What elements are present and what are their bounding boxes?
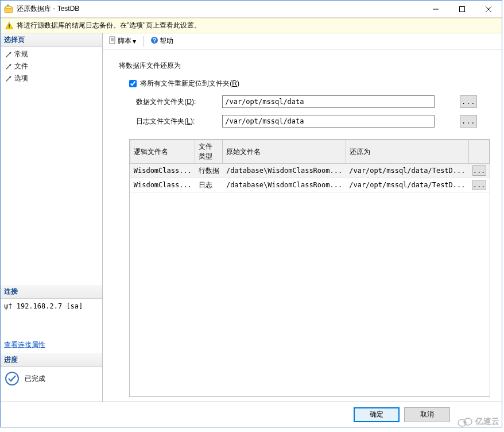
toolbar: 脚本 ▾ ? 帮助 [103, 33, 502, 49]
sidebar-items: 常规 文件 选项 [1, 47, 102, 86]
sidebar-item-general[interactable]: 常规 [1, 48, 102, 60]
cell-logical: WisdomClass... [130, 178, 195, 192]
table-header-row: 逻辑文件名 文件类型 原始文件名 还原为 [130, 140, 490, 164]
svg-rect-6 [9, 24, 9, 26]
titlebar: 还原数据库 - TestDB [1, 1, 502, 18]
cell-type: 日志 [195, 178, 223, 192]
cell-original: /database\WisdomClassRoom... [223, 164, 346, 178]
server-icon: ψ† [4, 302, 17, 310]
cell-type: 行数据 [195, 164, 223, 178]
connection-info: ψ† 192.168.2.7 [sa] [1, 299, 102, 314]
progress-block: 已完成 [1, 367, 102, 390]
cancel-button[interactable]: 取消 [404, 407, 450, 422]
close-button[interactable] [475, 1, 502, 18]
section-title: 将数据库文件还原为 [119, 61, 490, 71]
script-icon [108, 36, 117, 46]
window-controls [422, 1, 502, 17]
svg-rect-7 [9, 27, 9, 28]
cell-logical: WisdomClass... [130, 164, 195, 178]
data-folder-browse-button[interactable]: ... [460, 95, 477, 108]
log-folder-browse-button[interactable]: ... [460, 115, 477, 128]
progress-text: 已完成 [25, 374, 45, 384]
help-label: 帮助 [160, 36, 173, 46]
progress-header: 进度 [1, 353, 102, 367]
window-title: 还原数据库 - TestDB [17, 4, 422, 14]
svg-rect-3 [460, 7, 465, 12]
col-restore[interactable]: 还原为 [346, 140, 468, 164]
check-icon [4, 371, 20, 387]
files-table: 逻辑文件名 文件类型 原始文件名 还原为 WisdomClass... 行数据 [130, 140, 490, 192]
sidebar-item-label: 常规 [14, 49, 28, 59]
svg-point-1 [5, 6, 12, 9]
maximize-button[interactable] [449, 1, 475, 18]
svg-rect-9 [110, 37, 115, 44]
table-row[interactable]: WisdomClass... 日志 /database\WisdomClassR… [130, 178, 490, 192]
cell-original: /database\WisdomClassRoom... [223, 178, 346, 192]
warning-text: 将进行源数据库的结尾日志备份。在"选项"页上查看此设置。 [17, 21, 201, 30]
connection-header: 连接 [1, 285, 102, 299]
help-icon: ? [150, 36, 158, 46]
row-browse-button[interactable]: ... [472, 165, 486, 176]
relocate-checkbox[interactable] [129, 80, 137, 87]
body-area: 选择页 常规 文件 选项 连接 ψ† 192.168.2.7 [sa] [1, 33, 502, 402]
cell-restore: /var/opt/mssql/data/TestD... [346, 178, 468, 192]
app-icon [4, 5, 13, 14]
relocate-checkbox-label[interactable]: 将所有文件重新定位到文件夹(R) [140, 79, 239, 88]
warning-bar: 将进行源数据库的结尾日志备份。在"选项"页上查看此设置。 [1, 18, 502, 33]
data-folder-label: 数据文件文件夹(D): [136, 97, 216, 107]
main-panel: 脚本 ▾ ? 帮助 将数据库文件还原为 将所有文件重新定位到文件夹(R) 数据文… [103, 33, 502, 402]
log-folder-input[interactable] [222, 115, 435, 128]
svg-text:?: ? [153, 37, 156, 44]
col-logical[interactable]: 逻辑文件名 [130, 140, 195, 164]
warning-icon [5, 22, 13, 30]
col-original[interactable]: 原始文件名 [223, 140, 346, 164]
col-action [469, 140, 490, 164]
content-area: 将数据库文件还原为 将所有文件重新定位到文件夹(R) 数据文件文件夹(D): .… [103, 49, 502, 402]
script-label: 脚本 [118, 36, 131, 46]
wrench-icon [4, 75, 12, 83]
sidebar-item-label: 文件 [14, 61, 28, 71]
select-page-header: 选择页 [1, 33, 102, 47]
sidebar: 选择页 常规 文件 选项 连接 ψ† 192.168.2.7 [sa] [1, 33, 103, 402]
sidebar-item-files[interactable]: 文件 [1, 60, 102, 72]
col-type[interactable]: 文件类型 [195, 140, 223, 164]
wrench-icon [4, 63, 12, 71]
script-button[interactable]: 脚本 ▾ [106, 35, 138, 47]
cell-restore: /var/opt/mssql/data/TestD... [346, 164, 468, 178]
dialog-window: 还原数据库 - TestDB 将进行源数据库的结尾日志备份。在"选项"页上查看此… [0, 0, 502, 427]
data-folder-row: 数据文件文件夹(D): ... [136, 95, 490, 108]
relocate-checkbox-row: 将所有文件重新定位到文件夹(R) [129, 79, 490, 88]
wrench-icon [4, 51, 12, 59]
dropdown-icon: ▾ [133, 37, 136, 45]
log-folder-row: 日志文件文件夹(L): ... [136, 115, 490, 128]
ok-button[interactable]: 确定 [354, 407, 400, 422]
minimize-button[interactable] [422, 1, 449, 18]
log-folder-label: 日志文件文件夹(L): [136, 117, 216, 126]
connection-text: 192.168.2.7 [sa] [17, 302, 83, 310]
sidebar-item-options[interactable]: 选项 [1, 72, 102, 84]
sidebar-item-label: 选项 [14, 74, 28, 83]
row-browse-button[interactable]: ... [472, 180, 486, 190]
view-connection-link[interactable]: 查看连接属性 [1, 337, 102, 353]
data-folder-input[interactable] [222, 95, 435, 108]
files-table-container: 逻辑文件名 文件类型 原始文件名 还原为 WisdomClass... 行数据 [129, 139, 490, 397]
dialog-footer: 确定 取消 [1, 402, 502, 427]
help-button[interactable]: ? 帮助 [148, 35, 176, 47]
table-row[interactable]: WisdomClass... 行数据 /database\WisdomClass… [130, 164, 490, 178]
toolbar-divider [143, 36, 144, 47]
